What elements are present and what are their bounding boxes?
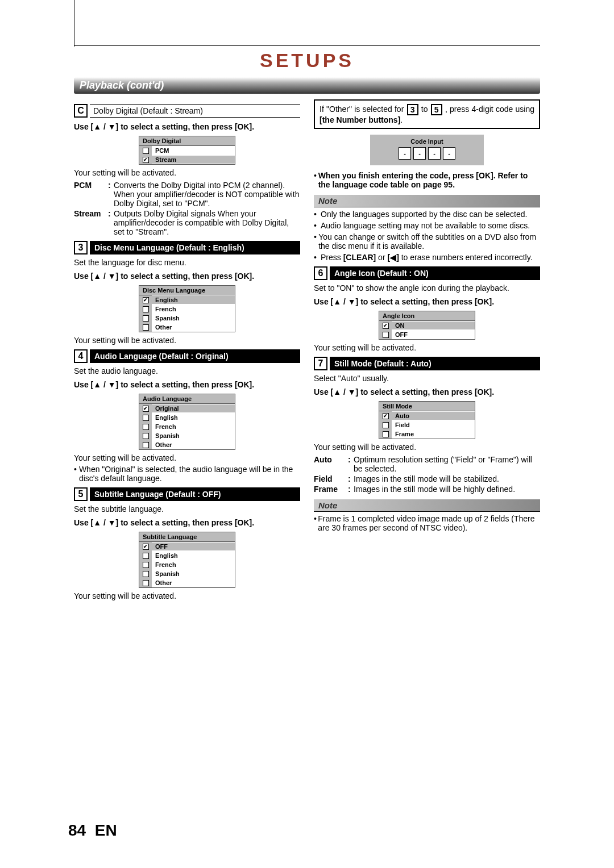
code-cell-2: - xyxy=(413,147,426,160)
sublang-menu: Subtitle Language ✔OFF English French Sp… xyxy=(139,532,235,588)
code-cell-3: - xyxy=(428,147,441,160)
top-vertical-rule xyxy=(74,0,74,47)
step-c-activated: Your setting will be activated. xyxy=(74,168,300,177)
step-4-badge: 4 xyxy=(74,349,88,363)
step-5-badge: 5 xyxy=(74,487,88,501)
step-5-header: 5 Subtitle Language (Default : OFF) xyxy=(74,487,300,501)
step-6-badge: 6 xyxy=(314,266,327,280)
step-c-label: Dolby Digital (Default : Stream) xyxy=(90,104,300,118)
note-1c: •You can change or switch off the subtit… xyxy=(314,232,540,251)
def-auto: Auto: Optimum resolution setting ("Field… xyxy=(314,455,540,473)
audiolang-other: Other xyxy=(139,440,235,449)
step-7-instruction: Use [▲ / ▼] to select a setting, then pr… xyxy=(314,387,540,397)
code-input-title: Code Input xyxy=(375,138,479,145)
step-6-activated: Your setting will be activated. xyxy=(314,343,540,352)
note-1d: • Press [CLEAR] or [◀] to erase numbers … xyxy=(314,253,540,262)
sublang-spanish: Spanish xyxy=(139,569,235,578)
step-c-header: C Dolby Digital (Default : Stream) xyxy=(74,104,300,118)
step-5-instruction: Use [▲ / ▼] to select a setting, then pr… xyxy=(74,518,300,527)
step-4-intro: Set the audio language. xyxy=(74,366,300,375)
stillmode-title: Still Mode xyxy=(379,402,475,411)
discmenu-title: Disc Menu Language xyxy=(139,286,235,295)
step-c-badge: C xyxy=(74,104,88,118)
top-horizontal-rule xyxy=(74,45,540,46)
step-3-label: Disc Menu Language (Default : English) xyxy=(90,241,300,254)
audiolang-english: English xyxy=(139,413,235,422)
discmenu-other: Other xyxy=(139,323,235,332)
angleicon-off: OFF xyxy=(379,330,475,339)
def-frame: Frame: Images in the still mode will be … xyxy=(314,485,540,494)
step-7-activated: Your setting will be activated. xyxy=(314,443,540,452)
audiolang-menu: Audio Language ✔Original English French … xyxy=(139,394,235,450)
discmenu-english: ✔English xyxy=(139,295,235,304)
dolby-opt-pcm: PCM xyxy=(139,146,235,155)
code-cell-1: - xyxy=(399,147,411,160)
badge-3-icon: 3 xyxy=(407,104,418,115)
code-cell-4: - xyxy=(443,147,455,160)
dolby-opt-stream: ✔Stream xyxy=(139,155,235,164)
stillmode-field: Field xyxy=(379,420,475,429)
sublang-french: French xyxy=(139,560,235,569)
note-1a: •Only the languages supported by the dis… xyxy=(314,210,540,219)
stillmode-menu: Still Mode ✔Auto Field Frame xyxy=(379,401,475,439)
step-7-intro: Select "Auto" usually. xyxy=(314,374,540,383)
sublang-english: English xyxy=(139,551,235,560)
step-4-note: •When "Original" is selected, the audio … xyxy=(74,465,300,483)
step-7-badge: 7 xyxy=(314,357,327,370)
audiolang-french: French xyxy=(139,422,235,431)
note-header-2: Note xyxy=(314,499,540,512)
page-content: SETUPS Playback (cont'd) C Dolby Digital… xyxy=(74,45,540,600)
section-header: Playback (cont'd) xyxy=(74,77,540,94)
angleicon-on: ✔ON xyxy=(379,321,475,330)
note-1b: •Audio language setting may not be avail… xyxy=(314,221,540,230)
step-6-intro: Set to "ON" to show the angle icon durin… xyxy=(314,283,540,293)
step-7-label: Still Mode (Default : Auto) xyxy=(330,357,540,370)
def-stream: Stream: Outputs Dolby Digital signals Wh… xyxy=(74,209,300,236)
note-2a: •Frame is 1 completed video image made u… xyxy=(314,514,540,532)
step-3-instruction: Use [▲ / ▼] to select a setting, then pr… xyxy=(74,272,300,281)
step-4-instruction: Use [▲ / ▼] to select a setting, then pr… xyxy=(74,380,300,389)
step-c-instruction: Use [▲ / ▼] to select a setting, then pr… xyxy=(74,122,300,131)
def-pcm: PCM: Converts the Dolby Digital into PCM… xyxy=(74,181,300,208)
page-title: SETUPS xyxy=(74,49,540,72)
step-6-label: Angle Icon (Default : ON) xyxy=(330,266,540,280)
badge-5-icon: 5 xyxy=(431,104,442,115)
angleicon-menu: Angle Icon ✔ON OFF xyxy=(379,311,475,340)
step-5-intro: Set the subtitle language. xyxy=(74,504,300,514)
other-selected-box: If "Other" is selected for 3 to 5 , pres… xyxy=(314,99,540,129)
page-number: 84 EN xyxy=(68,821,117,840)
step-6-header: 6 Angle Icon (Default : ON) xyxy=(314,266,540,280)
sublang-off: ✔OFF xyxy=(139,542,235,551)
step-3-badge: 3 xyxy=(74,241,88,254)
angleicon-title: Angle Icon xyxy=(379,311,475,321)
dolby-menu: Dolby Digital PCM ✔Stream xyxy=(139,136,235,165)
step-6-instruction: Use [▲ / ▼] to select a setting, then pr… xyxy=(314,297,540,306)
step-7-header: 7 Still Mode (Default : Auto) xyxy=(314,357,540,370)
audiolang-spanish: Spanish xyxy=(139,431,235,440)
step-4-header: 4 Audio Language (Default : Original) xyxy=(74,349,300,363)
discmenu-french: French xyxy=(139,304,235,314)
stillmode-frame: Frame xyxy=(379,429,475,439)
right-column: If "Other" is selected for 3 to 5 , pres… xyxy=(314,99,540,600)
step-5-activated: Your setting will be activated. xyxy=(74,591,300,600)
def-field: Field: Images in the still mode will be … xyxy=(314,474,540,483)
step-5-label: Subtitle Language (Default : OFF) xyxy=(90,487,300,501)
finish-code-note: •When you finish entering the code, pres… xyxy=(314,171,540,189)
step-3-header: 3 Disc Menu Language (Default : English) xyxy=(74,241,300,254)
code-input-box: Code Input - - - - xyxy=(370,135,484,165)
note-header-1: Note xyxy=(314,195,540,207)
sublang-title: Subtitle Language xyxy=(139,532,235,542)
stillmode-auto: ✔Auto xyxy=(379,411,475,420)
discmenu-menu: Disc Menu Language ✔English French Spani… xyxy=(139,285,235,332)
step-3-activated: Your setting will be activated. xyxy=(74,336,300,345)
step-3-intro: Set the language for disc menu. xyxy=(74,258,300,267)
audiolang-original: ✔Original xyxy=(139,404,235,413)
discmenu-spanish: Spanish xyxy=(139,314,235,323)
step-4-label: Audio Language (Default : Original) xyxy=(90,349,300,363)
sublang-other: Other xyxy=(139,578,235,587)
step-4-activated: Your setting will be activated. xyxy=(74,453,300,462)
dolby-menu-title: Dolby Digital xyxy=(139,136,235,146)
audiolang-title: Audio Language xyxy=(139,394,235,404)
left-column: C Dolby Digital (Default : Stream) Use [… xyxy=(74,99,300,600)
